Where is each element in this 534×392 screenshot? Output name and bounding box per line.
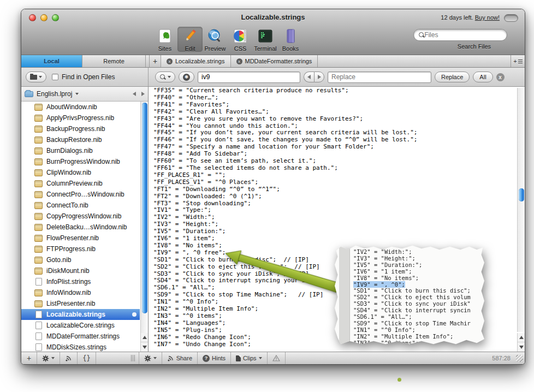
tab-close-icon[interactable]: x: [167, 58, 173, 64]
file-list-item[interactable]: LocalizableCore.strings: [21, 320, 140, 331]
file-list-item[interactable]: FlowPresenter.nib: [21, 233, 140, 243]
sidebar-braces-button[interactable]: {}: [78, 352, 96, 364]
file-list-item[interactable]: ClipWindow.nib: [21, 167, 140, 178]
sidebar-header[interactable]: English.lproj: [21, 87, 148, 102]
file-name: ClipWindow.nib: [46, 169, 91, 176]
wildcard-button[interactable]: ✱: [179, 72, 194, 82]
file-tab-mddateformatter[interactable]: x MDDateFormatter.strings: [231, 55, 318, 67]
file-list-item[interactable]: MDDiskSizes.strings: [21, 342, 140, 352]
file-list-item[interactable]: Goto.nib: [21, 254, 140, 265]
editor-scroll-arrows[interactable]: [517, 333, 525, 352]
toolbar-item-sites[interactable]: Sites: [152, 27, 177, 52]
sidebar-scrollbar[interactable]: [140, 102, 148, 333]
toolbar-item-terminal[interactable]: Terminal: [253, 27, 278, 52]
editor-action-menu[interactable]: [139, 352, 162, 364]
find-previous-button[interactable]: [304, 72, 314, 82]
split-drag-handle[interactable]: [131, 355, 135, 361]
toolbar-toggle-button[interactable]: [504, 14, 518, 22]
toolbar-item-books[interactable]: Books: [278, 27, 303, 52]
file-search-field[interactable]: [413, 29, 507, 41]
toolbar-item-edit[interactable]: Edit: [177, 27, 203, 52]
file-list-item[interactable]: AboutWindow.nib: [21, 102, 140, 112]
sidebar-add-button[interactable]: +: [21, 352, 37, 364]
titlebar[interactable]: Localizable.strings 12 days left. Buy no…: [21, 9, 525, 26]
file-list-item[interactable]: ColumnPreview.nib: [21, 178, 140, 189]
file-name: InfoWindow.nib: [46, 289, 91, 296]
file-icon: [35, 322, 42, 329]
find-input[interactable]: [198, 72, 300, 83]
scroll-down-button[interactable]: [141, 342, 148, 352]
sidebar-publish-button[interactable]: [60, 352, 78, 364]
replace-all-button[interactable]: All: [473, 72, 493, 82]
file-list-item[interactable]: ConnectTo.nib: [21, 200, 140, 211]
file-list-item[interactable]: ApplyPrivsProgress.nib: [21, 112, 140, 123]
sidebar-action-menu[interactable]: [37, 352, 60, 364]
validation-button[interactable]: [268, 352, 286, 364]
scroll-up-button[interactable]: [518, 333, 525, 342]
editor-scrollbar[interactable]: [517, 88, 525, 332]
nav-forward-button[interactable]: [141, 92, 145, 96]
close-find-bar-button[interactable]: x: [496, 73, 505, 81]
file-list-item[interactable]: InfoWindow.nib: [21, 287, 140, 298]
file-name: Localizable.strings: [46, 311, 105, 318]
nav-back-button[interactable]: [133, 92, 136, 96]
sidebar-scroll-arrows[interactable]: [140, 333, 148, 352]
code-line: "FF40" = "Other…";: [153, 94, 515, 102]
trial-notice: 12 days left. Buy now!: [441, 14, 500, 21]
file-list-item[interactable]: DeleteBacku…sWindow.nib: [21, 222, 140, 233]
scroll-down-button[interactable]: [518, 342, 525, 352]
file-name: BurnDialogs.nib: [46, 147, 93, 155]
editor-scroll-thumb[interactable]: [519, 188, 524, 201]
file-list-item[interactable]: ListPresenter.nib: [21, 298, 140, 309]
file-icon: [34, 213, 43, 220]
file-list-item[interactable]: iDiskMount.nib: [21, 265, 140, 276]
find-next-button[interactable]: [314, 72, 324, 82]
tab-bar-spacer: [318, 55, 511, 67]
search-options-button[interactable]: [155, 72, 175, 82]
code-line: "IN4" = "Languages";: [153, 320, 515, 327]
toolbar-item-css[interactable]: CSS: [228, 27, 253, 52]
replace-button[interactable]: Replace: [435, 72, 470, 82]
file-list-item[interactable]: InfoPlist.strings: [21, 276, 140, 287]
code-line: "IN7" = "Undo Change Icon";: [153, 341, 515, 348]
tab-close-icon[interactable]: x: [236, 58, 242, 64]
new-tab-button[interactable]: +: [149, 55, 161, 67]
tab-local[interactable]: Local: [21, 55, 82, 67]
file-list-item[interactable]: BackupProgress.nib: [21, 123, 140, 134]
file-icon: [34, 136, 43, 144]
resize-grip[interactable]: [516, 355, 523, 362]
code-editor[interactable]: "FF35" = "Current search criteria produc…: [149, 87, 525, 352]
file-name: BurnProgressWindow.nib: [46, 158, 120, 165]
hints-button[interactable]: ? Hints: [198, 352, 231, 364]
file-list-item[interactable]: Localizable.strings: [21, 309, 140, 320]
find-in-open-files-checkbox[interactable]: [52, 74, 58, 80]
file-icon: [34, 246, 43, 253]
tab-list-button[interactable]: +: [511, 55, 525, 67]
share-button[interactable]: Share: [162, 352, 198, 364]
file-list-item[interactable]: BurnProgressWindow.nib: [21, 156, 140, 167]
toolbar-item-preview[interactable]: Preview: [203, 27, 228, 52]
file-list-item[interactable]: BackupRestore.nib: [21, 134, 140, 145]
scroll-up-button[interactable]: [141, 333, 148, 342]
file-list-item[interactable]: FTPProgress.nib: [21, 243, 140, 254]
file-list-item[interactable]: ConnectPro…sWindow.nib: [21, 189, 140, 200]
file-name: ConnectTo.nib: [46, 201, 88, 209]
window-header: Localizable.strings 12 days left. Buy no…: [21, 9, 525, 55]
sidebar-scroll-thumb[interactable]: [142, 103, 147, 313]
find-scope-section: Find in Open Files: [21, 68, 149, 86]
find-folder-scope-button[interactable]: [26, 72, 46, 82]
file-tab-localizable[interactable]: x Localizable.strings: [161, 55, 231, 67]
chevron-down-icon[interactable]: [75, 93, 79, 95]
file-list-item[interactable]: CopyProgressWindow.nib: [21, 211, 140, 222]
file-tab-label: Localizable.strings: [175, 58, 225, 64]
file-list-item[interactable]: BurnDialogs.nib: [21, 145, 140, 156]
buy-now-link[interactable]: Buy now!: [475, 14, 500, 21]
tab-remote[interactable]: Remote: [82, 55, 146, 67]
edit-pencil-icon: [182, 28, 198, 44]
replace-input[interactable]: [328, 72, 431, 83]
file-search-input[interactable]: [424, 31, 502, 39]
clips-button[interactable]: Clips: [231, 352, 267, 364]
file-list-item[interactable]: MDDateFormatter.strings: [21, 331, 140, 342]
toolbar-label: Preview: [204, 45, 226, 52]
find-in-open-files-label: Find in Open Files: [62, 73, 115, 81]
